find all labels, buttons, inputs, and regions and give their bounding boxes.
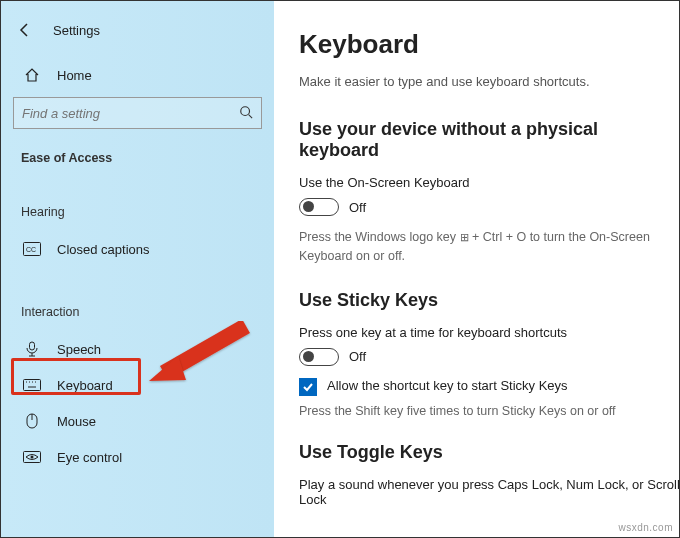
search-icon [239,105,253,122]
category-label: Ease of Access [1,139,274,167]
sidebar: Settings Home Ease of Access Hearing CC … [1,1,274,538]
back-arrow-icon [17,22,33,38]
osk-toggle-state: Off [349,200,366,215]
windows-key-icon: ⊞ [460,231,469,243]
sidebar-item-eye-control[interactable]: Eye control [1,439,274,475]
page-title: Keyboard [299,29,680,60]
sticky-shortcut-row: Allow the shortcut key to start Sticky K… [299,378,680,396]
osk-toggle[interactable] [299,198,339,216]
section-heading-sticky-keys: Use Sticky Keys [299,290,680,311]
svg-rect-4 [30,342,35,350]
sidebar-item-label: Eye control [57,450,122,465]
search-row [13,97,262,129]
sidebar-item-label: Keyboard [57,378,113,393]
back-button[interactable] [15,20,35,40]
svg-point-0 [241,106,250,115]
osk-toggle-row: Off [299,198,680,216]
sticky-help-text: Press the Shift key five times to turn S… [299,402,680,421]
sidebar-item-closed-captions[interactable]: CC Closed captions [1,231,274,267]
osk-help-text: Press the Windows logo key ⊞ + Ctrl + O … [299,228,680,266]
svg-text:CC: CC [26,246,36,253]
sticky-toggle-row: Off [299,348,680,366]
togglekeys-label: Play a sound whenever you press Caps Loc… [299,477,680,507]
sticky-label: Press one key at a time for keyboard sho… [299,325,680,340]
search-box[interactable] [13,97,262,129]
svg-point-14 [31,456,34,459]
sidebar-item-speech[interactable]: Speech [1,331,274,367]
sidebar-item-label: Mouse [57,414,96,429]
sticky-shortcut-label: Allow the shortcut key to start Sticky K… [327,378,568,393]
settings-header: Settings [1,13,274,45]
section-heading-physical-keyboard: Use your device without a physical keybo… [299,119,680,161]
page-subtitle: Make it easier to type and use keyboard … [299,74,680,89]
sidebar-item-label: Speech [57,342,101,357]
home-icon [21,67,43,83]
microphone-icon [21,341,43,357]
sidebar-item-keyboard[interactable]: Keyboard [1,367,274,403]
sticky-shortcut-checkbox[interactable] [299,378,317,396]
app-title: Settings [53,23,100,38]
osk-label: Use the On-Screen Keyboard [299,175,680,190]
sidebar-home-label: Home [57,68,92,83]
toggle-knob [303,351,314,362]
svg-line-1 [249,114,253,118]
group-hearing-label: Hearing [1,193,274,221]
closed-captions-icon: CC [21,242,43,256]
section-heading-toggle-keys: Use Toggle Keys [299,442,680,463]
svg-rect-5 [24,380,41,391]
toggle-knob [303,201,314,212]
sticky-toggle[interactable] [299,348,339,366]
sidebar-item-label: Closed captions [57,242,150,257]
keyboard-icon [21,379,43,391]
mouse-icon [21,413,43,429]
eye-control-icon [21,451,43,463]
sidebar-item-mouse[interactable]: Mouse [1,403,274,439]
search-input[interactable] [22,106,239,121]
content-pane: Keyboard Make it easier to type and use … [274,1,680,538]
sticky-toggle-state: Off [349,349,366,364]
check-icon [302,381,314,393]
watermark: wsxdn.com [618,522,673,533]
sidebar-home[interactable]: Home [1,57,274,93]
group-interaction-label: Interaction [1,293,274,321]
